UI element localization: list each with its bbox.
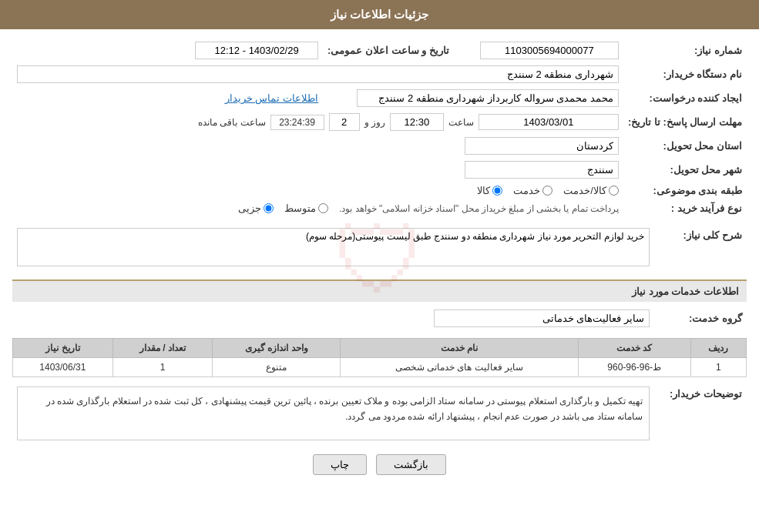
back-button[interactable]: بازگشت xyxy=(376,454,446,475)
category-option-service[interactable]: خدمت xyxy=(513,185,552,196)
buyer-org-label: نام دستگاه خریدار: xyxy=(623,62,747,86)
notes-text: تهیه تکمیل و بارگذاری استعلام پیوستی در … xyxy=(46,396,643,422)
print-button[interactable]: چاپ xyxy=(313,454,367,475)
col-header-qty: تعداد / مقدار xyxy=(113,339,213,358)
notes-label: توضیحات خریدار: xyxy=(654,383,747,443)
cell-unit: متنوع xyxy=(213,358,341,377)
city-label: شهر محل تحویل: xyxy=(623,158,747,182)
cell-date: 1403/06/31 xyxy=(13,358,113,377)
table-row: 1 ط-96-96-960 سایر فعالیت های خدماتی شخص… xyxy=(13,358,747,377)
info-table: شماره نیاز: تاریخ و ساعت اعلان عمومی: نا… xyxy=(12,38,747,217)
deadline-date-input xyxy=(479,114,619,130)
purchase-type-label: نوع فرآیند خرید : xyxy=(623,199,747,217)
announcement-date-label: تاریخ و ساعت اعلان عمومی: xyxy=(323,38,454,62)
creator-input xyxy=(357,89,619,107)
creator-label: ایجاد کننده درخواست: xyxy=(623,86,747,110)
description-table: شرح کلی نیاز: خرید لوازم التحریر مورد نی… xyxy=(12,225,747,272)
service-group-table: گروه خدمت: xyxy=(12,306,747,330)
countdown-display: 23:24:39 xyxy=(270,115,324,130)
deadline-days-input xyxy=(329,113,360,131)
cell-name: سایر فعالیت های خدماتی شخصی xyxy=(341,358,578,377)
notes-box: تهیه تکمیل و بارگذاری استعلام پیوستی در … xyxy=(17,386,650,440)
page-title: جزئیات اطلاعات نیاز xyxy=(331,8,428,21)
cell-row: 1 xyxy=(690,358,746,377)
need-number-label: شماره نیاز: xyxy=(623,38,747,62)
category-radio-group: کالا/خدمت خدمت کالا xyxy=(17,185,619,196)
services-section-title: اطلاعات خدمات مورد نیاز xyxy=(12,279,747,302)
category-option-goods-services[interactable]: کالا/خدمت xyxy=(563,185,619,196)
category-option-goods[interactable]: کالا xyxy=(477,185,502,196)
description-label: شرح کلی نیاز: xyxy=(654,225,747,272)
col-header-date: تاریخ نیاز xyxy=(13,339,113,358)
col-header-code: کد خدمت xyxy=(578,339,690,358)
cell-code: ط-96-96-960 xyxy=(578,358,690,377)
services-grid: ردیف کد خدمت نام خدمت واحد اندازه گیری ت… xyxy=(12,338,747,377)
col-header-row: ردیف xyxy=(690,339,746,358)
cell-qty: 1 xyxy=(113,358,213,377)
col-header-name: نام خدمت xyxy=(341,339,578,358)
remaining-label: ساعت باقی مانده xyxy=(198,117,266,128)
service-group-label: گروه خدمت: xyxy=(654,306,747,330)
col-header-unit: واحد اندازه گیری xyxy=(213,339,341,358)
description-textarea[interactable]: خرید لوازم التحریر مورد نیاز شهرداری منط… xyxy=(17,228,650,266)
contact-info-link[interactable]: اطلاعات تماس خریدار xyxy=(225,92,318,104)
time-label: ساعت xyxy=(448,117,474,128)
purchase-type-radio-group: پرداخت تمام یا بخشی از مبلغ خریداز محل "… xyxy=(17,202,619,214)
purchase-type-note: پرداخت تمام یا بخشی از مبلغ خریداز محل "… xyxy=(339,203,619,214)
need-number-input[interactable] xyxy=(480,42,619,59)
action-buttons: بازگشت چاپ xyxy=(12,454,747,475)
announcement-date-input xyxy=(195,42,318,59)
deadline-time-input xyxy=(390,113,444,131)
city-input xyxy=(465,161,619,179)
day-label: روز و xyxy=(364,117,385,128)
purchase-type-partial[interactable]: جزیی xyxy=(238,202,274,214)
category-label: طبقه بندی موضوعی: xyxy=(623,182,747,199)
service-group-input xyxy=(434,309,650,327)
buyer-org-input xyxy=(17,65,619,83)
page-header: جزئیات اطلاعات نیاز xyxy=(0,0,759,29)
purchase-type-medium[interactable]: متوسط xyxy=(284,202,328,214)
notes-table: توضیحات خریدار: تهیه تکمیل و بارگذاری اس… xyxy=(12,383,747,443)
province-label: استان محل تحویل: xyxy=(623,134,747,158)
province-input xyxy=(465,137,619,155)
deadline-label: مهلت ارسال پاسخ: تا تاریخ: xyxy=(623,110,747,134)
